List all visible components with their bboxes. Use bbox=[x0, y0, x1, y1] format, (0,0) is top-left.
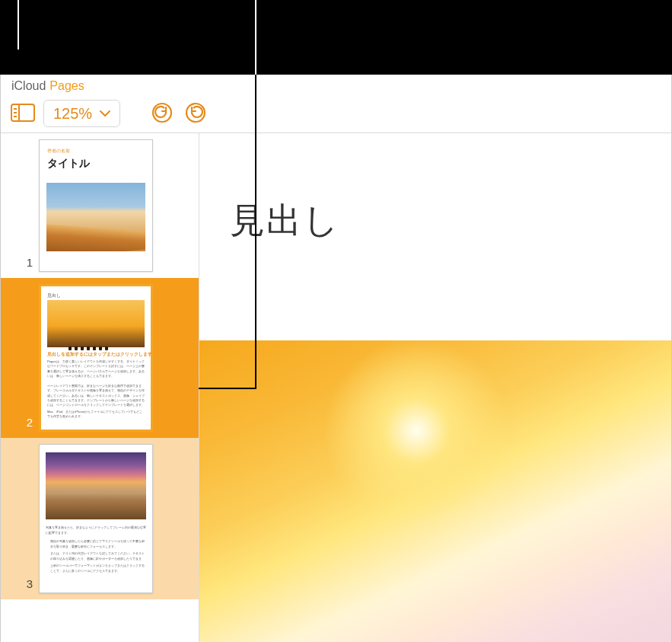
sunset-gradient bbox=[199, 340, 671, 642]
page-number: 3 bbox=[1, 577, 39, 590]
page-image-sunset[interactable] bbox=[199, 340, 671, 642]
thumbnail-image-sunset bbox=[47, 300, 145, 347]
editor-panel: 見出し bbox=[199, 133, 671, 642]
page-thumbnail-3[interactable]: 3 写真を置き換えたら、好きなようにドラッグしてフレーム内の最適な位置に配置でき… bbox=[1, 438, 199, 599]
page-thumbnails-panel: 1 作者の名前 タイトル 2 見出し 見出しを追加するにはタップまたはクリックし… bbox=[1, 133, 199, 642]
thumbnail-bullet: 上部のツールバーでフォーマットボタンをタップまたはクリックすることで、さらに多く… bbox=[50, 564, 146, 573]
chevron-down-icon bbox=[100, 110, 110, 117]
thumbnail-page: 作者の名前 タイトル bbox=[39, 139, 153, 272]
thumbnail-body-text: 写真を置き換えたら、好きなようにドラッグしてフレーム内の最適な位置に配置できます… bbox=[46, 525, 146, 536]
brand-pages: Pages bbox=[49, 79, 84, 93]
page-number: 2 bbox=[1, 416, 39, 429]
callout-line-right-horizontal bbox=[199, 388, 256, 389]
brand-icloud: iCloud bbox=[11, 79, 46, 93]
redo-button[interactable] bbox=[184, 101, 207, 126]
thumbnail-mini-heading: 見出し bbox=[47, 292, 61, 299]
callout-line-right-vertical bbox=[255, 75, 256, 388]
view-options-button[interactable] bbox=[10, 102, 36, 126]
thumbnail-page: 見出し 見出しを追加するにはタップまたはクリックします Pagesは、力強く美し… bbox=[39, 284, 153, 432]
brand-bar: iCloud Pages bbox=[1, 75, 671, 94]
thumbnail-body-text: ページレイアウト書類では、好きなページを好きな順序で追加できます。プレースホルダ… bbox=[47, 384, 145, 407]
page-thumbnail-1[interactable]: 1 作者の名前 タイトル bbox=[1, 133, 199, 278]
thumbnail-title: タイトル bbox=[47, 157, 90, 171]
silhouette-icon bbox=[67, 337, 126, 341]
thumbnail-bullet: 独自の写真を追加したら必要に応じてマスクツールを使って不要な部分を取り除き、重要… bbox=[50, 539, 146, 548]
thumbnail-category-label: 作者の名前 bbox=[47, 148, 70, 155]
callout-line-right-top bbox=[255, 0, 256, 75]
annotation-overlay bbox=[0, 0, 672, 75]
thumbnail-bullet: または、テスト用の代替レイアウトを試してみてください。テキストの回り込みを調整し… bbox=[50, 551, 146, 561]
page-number: 1 bbox=[1, 256, 39, 269]
redo-icon bbox=[184, 101, 207, 126]
thumbnail-body-text: Mac、iPad、またはiPhoneからファイルにアクセスしていつでもどこでも作… bbox=[47, 410, 145, 425]
thumbnail-image-desert bbox=[46, 183, 145, 251]
page-thumbnail-2[interactable]: 2 見出し 見出しを追加するにはタップまたはクリックします Pagesは、力強く… bbox=[1, 278, 199, 438]
thumbnail-image-dusk bbox=[46, 452, 146, 519]
sidebar-view-icon bbox=[10, 102, 36, 126]
page-heading[interactable]: 見出し bbox=[199, 133, 671, 244]
undo-icon bbox=[151, 101, 174, 126]
zoom-dropdown[interactable]: 125% bbox=[43, 100, 120, 127]
thumbnail-body-text: Pagesは、力強く美しいレイアウトを作成しやすくする、ダイナミックなワードプロ… bbox=[47, 359, 145, 378]
thumbnail-page: 写真を置き換えたら、好きなようにドラッグしてフレーム内の最適な位置に配置できます… bbox=[39, 444, 153, 593]
callout-line-left bbox=[18, 0, 19, 50]
document-page[interactable]: 見出し bbox=[199, 133, 671, 642]
thumbnail-subheading: 見出しを追加するにはタップまたはクリックします bbox=[47, 352, 152, 357]
zoom-value: 125% bbox=[53, 105, 92, 123]
app-window: iCloud Pages 125% bbox=[0, 75, 672, 642]
undo-button[interactable] bbox=[151, 101, 174, 126]
toolbar: 125% bbox=[1, 94, 671, 133]
